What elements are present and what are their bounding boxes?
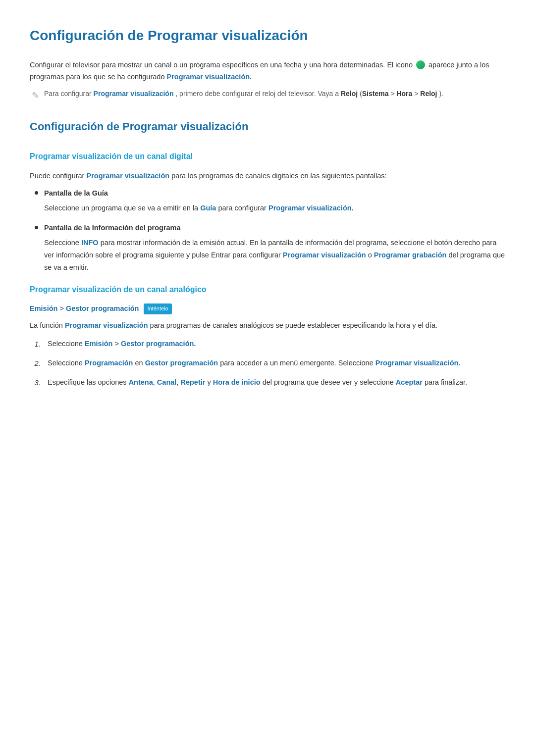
note-text-middle: , primero debe configurar el reloj del t… (175, 90, 339, 98)
section-title: Configuración de Programar visualización (30, 118, 505, 135)
step3-comma2: , (176, 378, 178, 386)
digital-intro: Puede configurar Programar visualización… (30, 170, 505, 182)
bullet-dot (35, 191, 38, 195)
step3-aceptar: Aceptar (396, 378, 423, 386)
analog-steps-list: 1. Seleccione Emisión > Gestor programac… (30, 338, 505, 389)
step2-before: Seleccione (48, 359, 83, 367)
list-item: 2. Seleccione Programación en Gestor pro… (30, 357, 505, 369)
bullet-title-1: Pantalla de la Guía (44, 188, 505, 199)
list-item: 3. Especifique las opciones Antena, Cana… (30, 376, 505, 389)
note-link-programar: Programar visualización (94, 90, 174, 98)
step-content-2: Seleccione Programación en Gestor progra… (48, 357, 505, 369)
list-item: Pantalla de la Guía Seleccione un progra… (35, 188, 505, 214)
step3-canal: Canal (157, 378, 177, 386)
bullet-desc-1: Seleccione un programa que se va a emiti… (44, 202, 505, 214)
analog-subsection-title: Programar visualización de un canal anal… (30, 283, 505, 296)
note-paren-close: ). (439, 90, 443, 98)
list-item: 1. Seleccione Emisión > Gestor programac… (30, 338, 505, 350)
note-bold-hora: Hora (396, 90, 412, 98)
digital-intro-before: Puede configurar (30, 172, 84, 180)
emission-bold: Emisión (30, 304, 57, 312)
bullet-desc-2: Seleccione INFO para mostrar información… (44, 237, 505, 273)
programar-vis-link: Programar visualización (283, 251, 366, 259)
step2-middle: en (135, 359, 145, 367)
bullet-content-2: Pantalla de la Información del programa … (44, 222, 505, 273)
step3-antena: Antena (129, 378, 153, 386)
analog-intro: La función Programar visualización para … (30, 319, 505, 332)
step1-gestor: Gestor programación. (121, 340, 196, 348)
step-num-1: 1. (30, 338, 41, 350)
step2-gestor: Gestor programación (145, 359, 218, 367)
digital-section: Programar visualización de un canal digi… (30, 150, 505, 273)
note-bold-sistema: Sistema (362, 90, 389, 98)
digital-intro-link: Programar visualización (86, 172, 169, 180)
step1-emission: Emisión (85, 340, 112, 348)
info-link: INFO (81, 239, 99, 247)
step3-before: Especifique las opciones (48, 378, 127, 386)
list-item: Pantalla de la Información del programa … (35, 222, 505, 273)
note-block: ✎ Para configurar Programar visualizació… (32, 88, 505, 103)
analog-intro-before: La función (30, 321, 63, 329)
step-num-3: 3. (30, 377, 41, 389)
bullet-dot (35, 226, 38, 229)
note-arrow1: > (390, 90, 396, 98)
step-content-3: Especifique las opciones Antena, Canal, … (48, 376, 505, 389)
bullet-title-2: Pantalla de la Información del programa (44, 222, 505, 234)
note-text: Para configurar Programar visualización … (44, 88, 443, 99)
step2-programar: Programar visualización. (375, 359, 461, 367)
programar-link-analog: Programar visualización (65, 321, 148, 329)
intro-paragraph: Configurar el televisor para mostrar un … (30, 59, 505, 83)
try-it-badge[interactable]: Inténtelo (144, 303, 171, 314)
step3-hora: Hora de inicio (213, 378, 261, 386)
bullet-desc-before-2: Seleccione (44, 239, 79, 247)
step3-repetir: Repetir (180, 378, 205, 386)
digital-bullet-list: Pantalla de la Guía Seleccione un progra… (35, 188, 505, 273)
bullet-or: o (368, 251, 374, 259)
analog-section: Programar visualización de un canal anal… (30, 283, 505, 388)
programar-link-guia: Programar visualización. (268, 204, 354, 212)
programar-link-intro[interactable]: Programar visualización. (166, 73, 252, 81)
step2-middle2: para acceder a un menú emergente. Selecc… (220, 359, 374, 367)
note-text-before: Para configurar (44, 90, 92, 98)
note-icon: ✎ (32, 89, 39, 103)
emission-path: Emisión > Gestor programación Inténtelo (30, 303, 505, 314)
step3-text-final: para finalizar. (425, 378, 467, 386)
path-arrow: > (59, 304, 66, 312)
analog-intro-after: para programas de canales analógicos se … (150, 321, 437, 329)
note-bold-reloj2: Reloj (420, 90, 437, 98)
step3-y: y (207, 378, 213, 386)
page-title: Configuración de Programar visualización (30, 25, 505, 47)
bullet-content-1: Pantalla de la Guía Seleccione un progra… (44, 188, 505, 214)
programar-grab-link: Programar grabación (374, 251, 447, 259)
step3-text-end: del programa que desee ver y seleccione (263, 378, 394, 386)
step1-arrow: > (114, 340, 121, 348)
digital-subsection-title: Programar visualización de un canal digi… (30, 150, 505, 163)
step1-before: Seleccione (48, 340, 83, 348)
digital-intro-after: para los programas de canales digitales … (171, 172, 386, 180)
step3-comma1: , (153, 378, 155, 386)
note-bold-reloj: Reloj (341, 90, 358, 98)
step2-programacion: Programación (85, 359, 133, 367)
note-arrow2: > (414, 90, 420, 98)
bullet-desc-before-1: Seleccione un programa que se va a emiti… (44, 204, 198, 212)
step-num-2: 2. (30, 357, 41, 369)
gestor-bold: Gestor programación (66, 304, 139, 312)
step-content-1: Seleccione Emisión > Gestor programación… (48, 338, 505, 350)
clock-icon (416, 60, 425, 69)
bullet-desc-middle-1: para configurar (218, 204, 267, 212)
guia-link: Guía (200, 204, 216, 212)
intro-text-before: Configurar el televisor para mostrar un … (30, 61, 413, 69)
